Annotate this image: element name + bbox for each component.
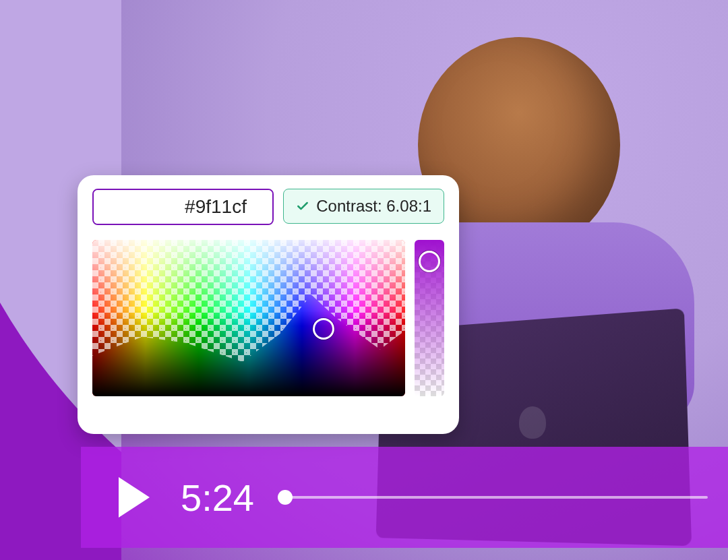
alpha-slider[interactable] xyxy=(415,240,444,396)
picker-area xyxy=(92,240,444,396)
color-field[interactable] xyxy=(92,240,405,396)
current-time: 5:24 xyxy=(181,476,254,520)
play-button[interactable] xyxy=(119,477,150,518)
check-icon xyxy=(296,199,309,213)
alpha-thumb[interactable] xyxy=(419,251,440,272)
color-field-thumb[interactable] xyxy=(313,318,334,340)
hex-input[interactable] xyxy=(94,190,274,224)
color-picker-card: Contrast: 6.08:1 xyxy=(78,175,459,434)
hex-input-wrap xyxy=(92,189,274,225)
stage: Contrast: 6.08:1 5:24 xyxy=(0,0,728,560)
contrast-label: Contrast: 6.08:1 xyxy=(316,197,431,216)
contrast-badge: Contrast: 6.08:1 xyxy=(283,189,444,224)
progress-track[interactable] xyxy=(285,496,708,499)
progress-thumb[interactable] xyxy=(278,490,293,505)
apple-logo-icon xyxy=(519,406,546,439)
video-controls: 5:24 xyxy=(81,447,728,548)
color-picker-header: Contrast: 6.08:1 xyxy=(92,189,444,225)
